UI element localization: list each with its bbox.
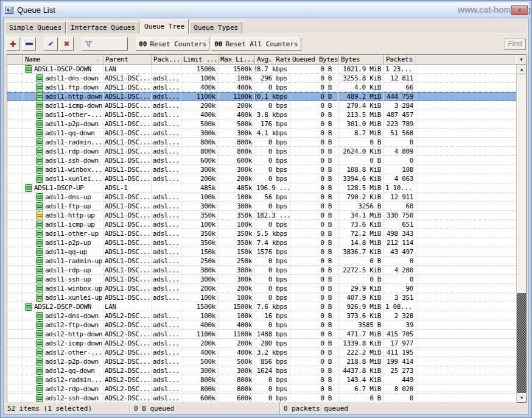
cell-name: adsl1-rdp-down (23, 147, 103, 155)
row-filler (416, 65, 516, 73)
column-header-max-li[interactable]: Max Li... (219, 55, 255, 65)
table-row[interactable]: ADSL1-DSCP-DOWNLAN1500k1500k28.7 kbps0 B… (7, 65, 516, 74)
remove-button[interactable] (22, 37, 36, 51)
cell-packets: 4 280 (384, 266, 416, 274)
table-row[interactable]: adsl1-winbox...ADSL1-DSC...adsl...300k30… (7, 165, 516, 174)
filter-button[interactable] (82, 37, 128, 51)
disable-button[interactable]: ✖ (60, 37, 74, 51)
cell-max-li: 100k (219, 311, 255, 320)
table-row[interactable]: adsl1-xunlei-upADSL1-DSC...adsl...100k10… (7, 293, 516, 302)
table-row[interactable]: adsl2-p2p-downADSL2-DSC...adsl...500k500… (7, 357, 516, 366)
tab-interface-queues[interactable]: Interface Queues (66, 21, 139, 34)
find-button[interactable]: Find (504, 38, 526, 50)
table-row[interactable]: adsl1-other-upADSL1-DSC...adsl...350k350… (7, 229, 516, 238)
cell-avg-rate: 7.4 kbps (255, 238, 290, 247)
add-button[interactable]: ✚ (6, 37, 20, 51)
column-header-pack[interactable]: Pack... (152, 55, 181, 65)
table-row[interactable]: adsl1-icmp-upADSL1-DSC...adsl...100k100k… (7, 220, 516, 229)
cell-parent: ADSL1-DSC... (103, 238, 152, 247)
table-row[interactable]: adsl1-xunlei...ADSL1-DSC...adsl...200k20… (7, 174, 516, 183)
enable-button[interactable]: ✔ (44, 37, 58, 51)
table-row[interactable]: adsl2-dns-downADSL2-DSC...adsl...100k100… (7, 311, 516, 321)
tab-queue-types[interactable]: Queue Types (189, 21, 242, 34)
queue-name: adsl1-icmp-up (45, 221, 95, 228)
scroll-down-button[interactable]: ▼ (517, 393, 527, 403)
row-filler (416, 165, 516, 174)
table-row[interactable]: ADSL2-DSCP-DOWNLAN1500k1500k7.6 kbps0 B9… (7, 302, 516, 311)
queue-name: adsl1-http-up (45, 211, 95, 219)
column-header-queued-bytes[interactable]: Queued Bytes (290, 55, 339, 65)
table-row[interactable]: adsl2-ssh-downADSL2-DSC...adsl...600k600… (7, 394, 516, 403)
cell-bytes: 489.2 MiB (339, 93, 384, 101)
column-header-gutter (7, 55, 23, 65)
table-row[interactable]: adsl1-qq-downADSL1-DSC...adsl...300k300k… (7, 129, 516, 138)
row-gutter (7, 65, 23, 73)
cell-max-li: 350k (219, 211, 255, 219)
table-row[interactable]: adsl1-other-...ADSL1-DSC...adsl...400k40… (7, 110, 516, 119)
scroll-up-button[interactable]: ▲ (517, 65, 527, 74)
cell-pack: adsl... (152, 247, 181, 256)
table-row[interactable]: adsl2-http-downADSL2-DSC...adsl...1100k1… (7, 330, 516, 339)
table-row[interactable]: adsl1-http-downADSL1-DSC...adsl...1100k1… (7, 92, 516, 101)
queue-icon (36, 147, 43, 155)
table-row[interactable]: adsl1-radmin...ADSL1-DSC...adsl...800k80… (7, 138, 516, 147)
row-filler (416, 147, 516, 155)
queue-icon (36, 339, 43, 347)
table-row[interactable]: adsl2-qq-downADSL2-DSC...adsl...300k300k… (7, 366, 516, 375)
column-header-avg-rate[interactable]: Avg. Rate (255, 55, 290, 65)
table-row[interactable]: adsl1-qq-upADSL1-DSC...adsl...150k150k15… (7, 247, 516, 257)
cell-queued-bytes: 0 B (290, 65, 339, 73)
table-row[interactable]: adsl1-ftp-downADSL1-DSC...adsl...400k400… (7, 83, 516, 92)
table-row[interactable]: adsl1-winbox-upADSL1-DSC...adsl...200k20… (7, 284, 516, 293)
cell-parent: ADSL1-DSC... (103, 110, 152, 119)
scrollbar-thumb[interactable] (517, 74, 527, 294)
queue-name: adsl1-ssh-down (45, 157, 99, 165)
table-row[interactable]: adsl2-icmp-downADSL2-DSC...adsl...200k20… (7, 339, 516, 348)
cell-pack: adsl... (152, 357, 181, 366)
column-selector-button[interactable]: ▼ (516, 55, 527, 65)
cell-bytes: 108.8 KiB (339, 165, 384, 174)
tab-queue-tree[interactable]: Queue Tree (140, 19, 189, 34)
cell-queued-bytes: 0 B (290, 156, 339, 165)
table-row[interactable]: adsl1-radmin-upADSL1-DSC...adsl...250k25… (7, 257, 516, 266)
table-row[interactable]: adsl1-icmp-downADSL1-DSC...adsl...200k20… (7, 101, 516, 110)
table-row[interactable]: adsl1-dns-upADSL1-DSC...adsl...100k100k5… (7, 193, 516, 202)
cell-bytes: 222.2 MiB (339, 348, 384, 356)
table-row[interactable]: adsl1-p2p-downADSL1-DSC...adsl...500k500… (7, 119, 516, 129)
column-header-packets[interactable]: Packets (384, 55, 416, 65)
reset-counters-button[interactable]: 00Reset Counters (136, 37, 209, 51)
tab-simple-queues[interactable]: Simple Queues (5, 21, 66, 34)
table-row[interactable]: adsl1-dns-downADSL1-DSC...adsl...100k100… (7, 74, 516, 83)
cell-name: adsl1-http-down (23, 93, 103, 101)
cell-limit: 1100k (181, 93, 219, 101)
close-button[interactable]: x (511, 5, 528, 15)
table-row[interactable]: ADSL1-DSCP-UPADSL-1485k485k196.9 ...0 B1… (7, 183, 516, 193)
table-row[interactable]: adsl1-p2p-upADSL1-DSC...adsl...350k350k7… (7, 238, 516, 247)
table-row[interactable]: adsl2-rdp-downADSL2-DSC...adsl...800k800… (7, 384, 516, 394)
title-bar[interactable]: Queue List x (3, 2, 529, 18)
table-row[interactable]: adsl1-ssh-upADSL1-DSC...adsl...300k300k0… (7, 275, 516, 284)
scrollbar-track[interactable] (517, 294, 527, 393)
cell-packets: 415 705 (384, 330, 416, 338)
cell-limit: 1100k (181, 330, 219, 338)
table-row[interactable]: adsl2-ftp-downADSL2-DSC...adsl...400k400… (7, 321, 516, 330)
vertical-scrollbar[interactable]: ▲ ▼ (516, 65, 527, 403)
column-header-bytes[interactable]: Bytes (339, 55, 384, 65)
table-row[interactable]: adsl1-http-upADSL1-DSC...adsl...350k350k… (7, 211, 516, 220)
column-header-limit[interactable]: Limit ... (181, 55, 219, 65)
column-header-name[interactable]: Name▲ (23, 55, 103, 65)
queue-icon (36, 93, 43, 101)
cell-queued-bytes: 0 B (290, 93, 339, 101)
cell-queued-bytes: 0 B (290, 311, 339, 320)
table-row[interactable]: adsl2-other-...ADSL2-DSC...adsl...400k40… (7, 348, 516, 357)
table-row[interactable]: adsl2-radmin...ADSL2-DSC...adsl...800k80… (7, 375, 516, 384)
column-header-parent[interactable]: Parent (103, 55, 152, 65)
table-row[interactable]: adsl1-rdp-downADSL1-DSC...adsl...800k800… (7, 147, 516, 156)
queue-icon (36, 239, 43, 247)
cell-packets: 0 (384, 138, 416, 146)
cell-limit: 350k (181, 211, 219, 219)
table-row[interactable]: adsl1-rdp-upADSL1-DSC...adsl...380k380k0… (7, 266, 516, 275)
reset-all-counters-button[interactable]: 00Reset All Counters (211, 37, 301, 51)
table-row[interactable]: adsl1-ssh-downADSL1-DSC...adsl...600k600… (7, 156, 516, 165)
table-row[interactable]: adsl1-ftp-upADSL1-DSC...adsl...300k300k0… (7, 202, 516, 211)
